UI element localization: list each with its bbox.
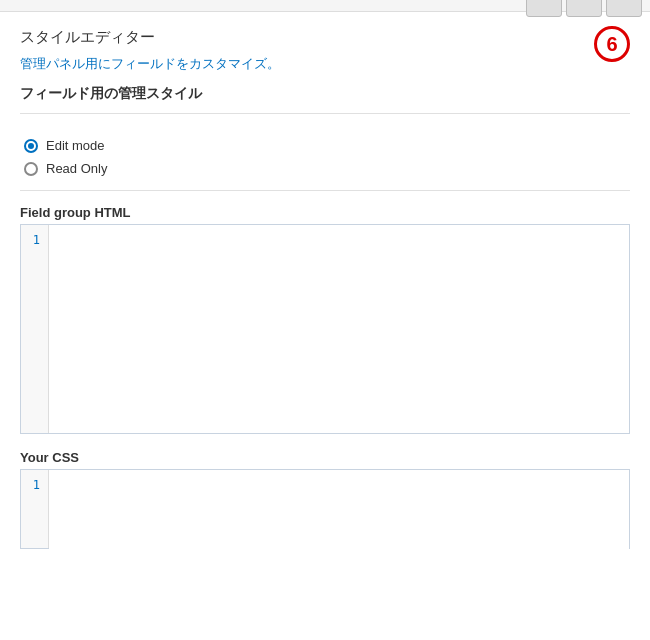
your-css-editor[interactable]: 1 bbox=[20, 469, 630, 549]
your-css-section: Your CSS 1 bbox=[20, 450, 630, 549]
radio-edit-mode-circle bbox=[24, 139, 38, 153]
panel-title: スタイルエディター bbox=[20, 28, 630, 47]
radio-read-only-circle bbox=[24, 162, 38, 176]
your-css-line-numbers: 1 bbox=[21, 470, 49, 548]
radio-group: Edit mode Read Only bbox=[20, 128, 630, 191]
radio-read-only[interactable]: Read Only bbox=[24, 161, 630, 176]
field-group-html-editor[interactable]: 1 bbox=[20, 224, 630, 434]
field-group-html-line-numbers: 1 bbox=[21, 225, 49, 433]
your-css-content[interactable] bbox=[49, 470, 629, 640]
radio-read-only-label: Read Only bbox=[46, 161, 107, 176]
your-css-label: Your CSS bbox=[20, 450, 630, 465]
badge-6: 6 bbox=[594, 26, 630, 62]
field-group-html-label: Field group HTML bbox=[20, 205, 630, 220]
main-container: 6 スタイルエディター 管理パネル用にフィールドをカスタマイズ。 フィールド用の… bbox=[0, 12, 650, 565]
top-bar bbox=[0, 0, 650, 12]
section-heading: フィールド用の管理スタイル bbox=[20, 85, 630, 114]
radio-edit-mode-label: Edit mode bbox=[46, 138, 105, 153]
radio-edit-mode[interactable]: Edit mode bbox=[24, 138, 630, 153]
field-group-html-content[interactable] bbox=[49, 225, 629, 433]
field-group-html-section: Field group HTML 1 bbox=[20, 205, 630, 434]
panel-subtitle: 管理パネル用にフィールドをカスタマイズ。 bbox=[20, 55, 630, 73]
